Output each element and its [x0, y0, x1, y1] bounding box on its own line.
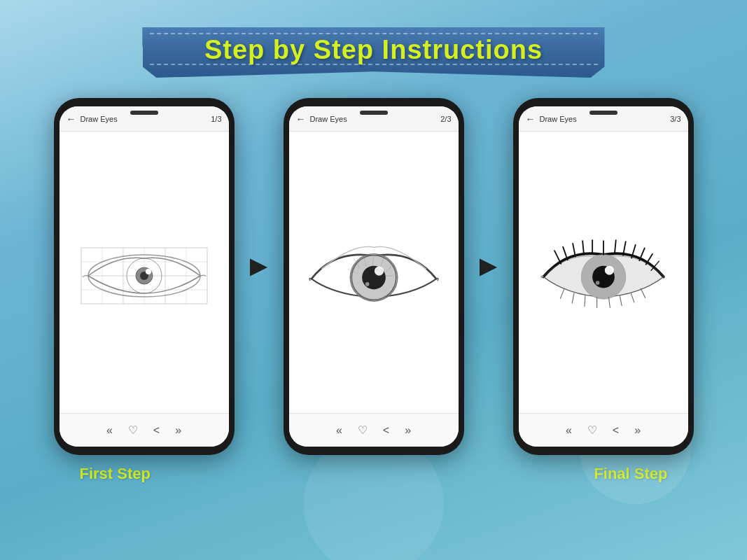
arrow-2: ►: [471, 248, 506, 284]
svg-point-25: [365, 282, 369, 286]
phone-2-screen: ← Draw Eyes 2/3: [289, 106, 459, 447]
banner-title: Step by Step Instructions: [204, 35, 543, 65]
phone-1-step: 1/3: [211, 115, 221, 123]
svg-line-46: [572, 293, 574, 303]
phone-2-appbar: ← Draw Eyes 2/3: [289, 106, 459, 132]
phone-3-heart-icon[interactable]: ♡: [587, 424, 597, 437]
phone-3: ← Draw Eyes 3/3: [513, 98, 694, 455]
phone-1-next-icon[interactable]: »: [175, 424, 181, 437]
phone-3-appbar: ← Draw Eyes 3/3: [519, 106, 688, 132]
phone-1-share-icon[interactable]: <: [153, 424, 160, 437]
phone-1-toolbar: « ♡ < »: [60, 413, 229, 447]
phone-3-next-icon[interactable]: »: [634, 424, 641, 437]
svg-line-36: [582, 241, 584, 255]
phone-2-step: 2/3: [440, 115, 451, 123]
phone-1-appbar: ← Draw Eyes 1/3: [60, 106, 229, 132]
svg-point-31: [604, 266, 613, 275]
phone-3-prev-icon[interactable]: «: [566, 424, 572, 437]
phones-container: ← Draw Eyes 1/3: [54, 98, 694, 455]
phone-2-title: Draw Eyes: [310, 115, 441, 123]
step1-eye-svg: [74, 227, 214, 318]
phone-2-drawing: [289, 132, 459, 413]
phone-3-back-icon[interactable]: ←: [526, 113, 536, 125]
phone-3-step: 3/3: [670, 115, 680, 123]
svg-line-33: [554, 251, 561, 264]
phone-1-title: Draw Eyes: [81, 115, 211, 123]
labels-row: First Step Final Step: [59, 465, 689, 483]
banner: Step by Step Instructions: [143, 27, 605, 78]
phone-1: ← Draw Eyes 1/3: [54, 98, 235, 455]
phone-2: ← Draw Eyes 2/3: [284, 98, 464, 455]
phone-2-heart-icon[interactable]: ♡: [358, 424, 368, 437]
phone-3-screen: ← Draw Eyes 3/3: [519, 106, 688, 447]
phone-3-title: Draw Eyes: [540, 115, 671, 123]
first-step-label: First Step: [80, 465, 151, 483]
phone-3-drawing: [519, 132, 688, 413]
svg-line-52: [641, 288, 645, 298]
phone-2-next-icon[interactable]: »: [405, 424, 411, 437]
svg-line-47: [584, 296, 585, 307]
svg-point-13: [146, 269, 151, 274]
svg-line-39: [614, 240, 615, 254]
phone-1-back-icon[interactable]: ←: [67, 113, 76, 125]
phone-1-heart-icon[interactable]: ♡: [128, 424, 138, 437]
svg-point-24: [374, 267, 383, 276]
phone-3-toolbar: « ♡ < »: [519, 413, 688, 447]
banner-container: Step by Step Instructions: [136, 21, 612, 84]
svg-point-32: [595, 281, 599, 285]
step3-eye-svg: [530, 223, 677, 321]
final-step-label: Final Step: [594, 465, 667, 483]
phone-2-back-icon[interactable]: ←: [296, 113, 306, 125]
svg-line-45: [560, 288, 564, 298]
svg-line-51: [631, 293, 634, 302]
svg-line-49: [608, 297, 610, 307]
phone-2-prev-icon[interactable]: «: [336, 424, 342, 437]
phone-1-screen: ← Draw Eyes 1/3: [60, 106, 229, 447]
svg-line-50: [620, 296, 622, 306]
phone-2-toolbar: « ♡ < »: [289, 413, 459, 447]
phone-1-drawing: [60, 132, 229, 413]
phone-3-share-icon[interactable]: <: [613, 424, 619, 437]
phone-2-share-icon[interactable]: <: [383, 424, 389, 437]
arrow-1: ►: [242, 248, 277, 284]
step2-eye-svg: [300, 220, 447, 325]
phone-1-prev-icon[interactable]: «: [106, 424, 113, 437]
